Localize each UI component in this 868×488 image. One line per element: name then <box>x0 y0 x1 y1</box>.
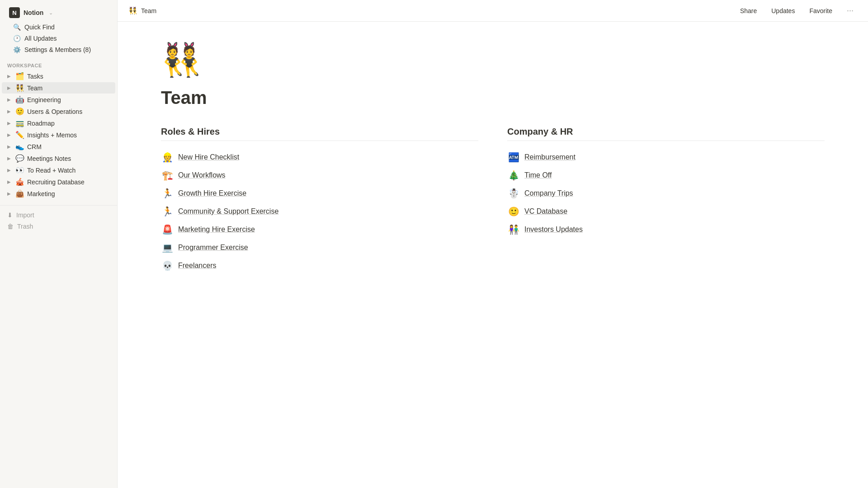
company-hr-title: Company & HR <box>507 127 825 137</box>
import-item[interactable]: ⬇ Import <box>2 210 115 221</box>
favorite-button[interactable]: Favorite <box>806 5 836 16</box>
page-link-emoji: 👷 <box>161 152 174 163</box>
page-link-item[interactable]: 🎄 Time Off <box>507 166 825 184</box>
sidebar-item-recruiting-database[interactable]: ▶ 🎪 Recruiting Database <box>2 176 115 188</box>
sidebar-item-emoji: 💬 <box>15 154 24 163</box>
page-link-item[interactable]: 🏃 Community & Support Exercise <box>161 202 478 221</box>
page-link-item[interactable]: 👷 New Hire Checklist <box>161 148 478 166</box>
page-link-emoji: 🏃 <box>161 206 174 217</box>
sidebar-item-emoji: 🚃 <box>15 119 24 127</box>
main-area: 👯 Team Share Updates Favorite ··· 👯 Team… <box>118 0 868 488</box>
page-link-item[interactable]: 🏗️ Our Workflows <box>161 166 478 184</box>
workspace-section-label: WORKSPACE <box>0 57 117 70</box>
page-link-emoji: 🚨 <box>161 224 174 235</box>
page-link-text: VC Database <box>524 207 567 216</box>
roles-hires-title: Roles & Hires <box>161 127 478 137</box>
import-icon: ⬇ <box>7 211 13 219</box>
share-button[interactable]: Share <box>736 5 760 16</box>
sidebar-item-arrow: ▶ <box>5 179 13 184</box>
sidebar-item-emoji: ✏️ <box>15 131 24 139</box>
workspace-items: ▶ 🗂️ Tasks ▶ 👯 Team ▶ 🤖 Engineering ▶ 🙂 … <box>0 70 117 200</box>
sidebar-item-arrow: ▶ <box>5 121 13 126</box>
page-link-text: Company Trips <box>524 189 573 197</box>
page-link-emoji: 💀 <box>161 260 174 271</box>
quick-find-item[interactable]: 🔍 Quick Find <box>7 22 110 33</box>
trash-label: Trash <box>17 223 33 230</box>
sidebar-item-emoji: 🗂️ <box>15 72 24 80</box>
sidebar-top: N Notion ⌄ 🔍 Quick Find 🕐 All Updates ⚙️… <box>0 0 117 57</box>
sidebar-item-to-read---watch[interactable]: ▶ 👀 To Read + Watch <box>2 164 115 176</box>
page-link-text: Growth Hire Exercise <box>178 189 246 197</box>
sidebar-item-emoji: 👯 <box>15 84 24 92</box>
page-link-text: Our Workflows <box>178 171 226 179</box>
page-link-item[interactable]: 👫 Investors Updates <box>507 221 825 239</box>
sidebar-item-emoji: 🙂 <box>15 107 24 116</box>
sidebar-item-arrow: ▶ <box>5 168 13 173</box>
sidebar-item-arrow: ▶ <box>5 97 13 102</box>
page-link-emoji: 🏧 <box>507 152 520 163</box>
sidebar-item-roadmap[interactable]: ▶ 🚃 Roadmap <box>2 117 115 129</box>
sidebar-item-arrow: ▶ <box>5 191 13 196</box>
sidebar-item-arrow: ▶ <box>5 74 13 79</box>
trash-item[interactable]: 🗑 Trash <box>2 221 115 232</box>
right-column-items: 🏧 Reimbursement 🎄 Time Off ☃️ Company Tr… <box>507 148 825 239</box>
sidebar-item-marketing[interactable]: ▶ 👜 Marketing <box>2 188 115 199</box>
page-link-item[interactable]: 🙂 VC Database <box>507 202 825 221</box>
page-link-emoji: 🏗️ <box>161 170 174 181</box>
sidebar-item-label: Users & Operations <box>27 108 112 115</box>
page-link-item[interactable]: 🚨 Marketing Hire Exercise <box>161 221 478 239</box>
notion-logo-icon: N <box>9 7 20 18</box>
sidebar-item-arrow: ▶ <box>5 109 13 114</box>
quick-find-label: Quick Find <box>24 23 55 31</box>
page-link-emoji: 💻 <box>161 242 174 253</box>
left-column-divider <box>161 141 478 141</box>
left-column-items: 👷 New Hire Checklist 🏗️ Our Workflows 🏃 … <box>161 148 478 275</box>
right-column-divider <box>507 141 825 141</box>
topbar-title: 👯 Team <box>128 6 156 15</box>
updates-button[interactable]: Updates <box>768 5 798 16</box>
settings-item[interactable]: ⚙️ Settings & Members (8) <box>7 44 110 55</box>
sidebar-item-tasks[interactable]: ▶ 🗂️ Tasks <box>2 70 115 82</box>
all-updates-item[interactable]: 🕐 All Updates <box>7 33 110 44</box>
sidebar-item-team[interactable]: ▶ 👯 Team <box>2 82 115 94</box>
sidebar-item-engineering[interactable]: ▶ 🤖 Engineering <box>2 94 115 105</box>
topbar-actions: Share Updates Favorite ··· <box>736 4 857 17</box>
page-link-emoji: 👫 <box>507 224 520 235</box>
page-link-emoji: 🎄 <box>507 170 520 181</box>
sidebar-item-label: Roadmap <box>27 120 112 127</box>
sidebar: N Notion ⌄ 🔍 Quick Find 🕐 All Updates ⚙️… <box>0 0 118 488</box>
notion-app-name: Notion <box>24 9 43 16</box>
page-link-emoji: 🏃 <box>161 188 174 199</box>
page-link-text: Investors Updates <box>524 225 583 234</box>
sidebar-item-label: Marketing <box>27 190 112 197</box>
page-link-item[interactable]: ☃️ Company Trips <box>507 184 825 202</box>
page-link-item[interactable]: 💻 Programmer Exercise <box>161 239 478 257</box>
page-link-text: Reimbursement <box>524 153 576 161</box>
settings-label: Settings & Members (8) <box>24 46 91 53</box>
notion-chevron-icon: ⌄ <box>49 10 53 16</box>
page-content: 👯 Team Roles & Hires 👷 New Hire Checklis… <box>118 22 868 488</box>
page-icon: 👯 <box>161 43 825 76</box>
sidebar-item-emoji: 🎪 <box>15 178 24 186</box>
page-link-item[interactable]: 💀 Freelancers <box>161 257 478 275</box>
sidebar-item-insights---memos[interactable]: ▶ ✏️ Insights + Memos <box>2 129 115 141</box>
page-link-text: Programmer Exercise <box>178 244 248 252</box>
sidebar-item-crm[interactable]: ▶ 👟 CRM <box>2 141 115 152</box>
sidebar-bottom: ⬇ Import 🗑 Trash <box>0 205 117 232</box>
page-link-text: Marketing Hire Exercise <box>178 225 255 234</box>
page-link-text: New Hire Checklist <box>178 153 239 161</box>
topbar: 👯 Team Share Updates Favorite ··· <box>118 0 868 22</box>
sidebar-item-meetings-notes[interactable]: ▶ 💬 Meetings Notes <box>2 153 115 164</box>
sidebar-item-emoji: 🤖 <box>15 95 24 104</box>
page-link-item[interactable]: 🏃 Growth Hire Exercise <box>161 184 478 202</box>
page-link-item[interactable]: 🏧 Reimbursement <box>507 148 825 166</box>
search-icon: 🔍 <box>13 23 21 31</box>
sidebar-item-users---operations[interactable]: ▶ 🙂 Users & Operations <box>2 106 115 117</box>
page-link-text: Freelancers <box>178 262 216 270</box>
sidebar-item-emoji: 👀 <box>15 166 24 174</box>
page-link-text: Community & Support Exercise <box>178 207 278 216</box>
notion-logo-row[interactable]: N Notion ⌄ <box>5 5 112 21</box>
page-link-text: Time Off <box>524 171 552 179</box>
more-button[interactable]: ··· <box>843 4 857 17</box>
sidebar-item-label: Insights + Memos <box>27 131 112 139</box>
